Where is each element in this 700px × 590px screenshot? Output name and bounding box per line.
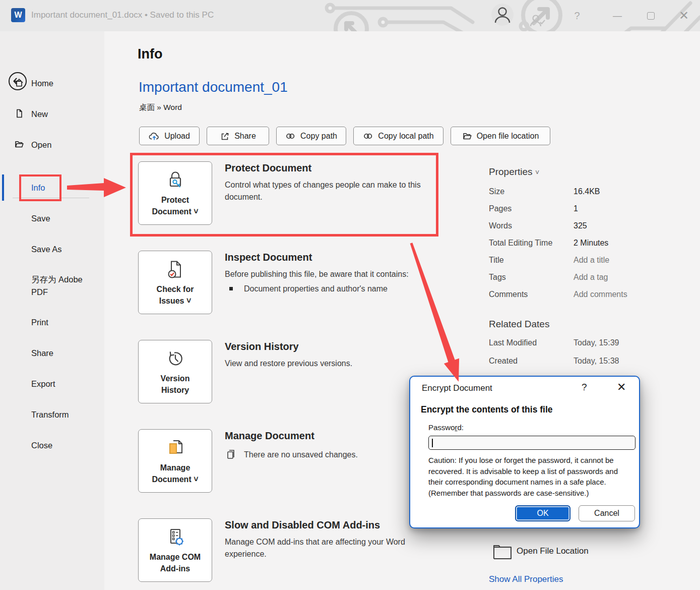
close-button[interactable]: ✕ bbox=[675, 0, 692, 31]
section-desc-com-addins: Manage COM add-ins that are affecting yo… bbox=[225, 536, 442, 560]
encrypt-document-dialog: Encrypt Document ? ✕ Encrypt the content… bbox=[409, 376, 640, 528]
version-history-button[interactable]: Version History bbox=[138, 340, 212, 403]
card-label-line1: Version bbox=[161, 374, 190, 383]
add-comments-field[interactable]: Add comments bbox=[574, 290, 627, 299]
minimize-button[interactable]: — bbox=[609, 0, 626, 31]
password-label: Password: bbox=[428, 423, 464, 432]
prop-value: 2 Minutes bbox=[574, 239, 608, 248]
prop-value: 1 bbox=[574, 204, 578, 213]
inspect-document-icon bbox=[164, 258, 187, 281]
check-for-issues-button[interactable]: Check for Issues ˅ bbox=[138, 251, 212, 314]
sidebar-item-label: 另存为 Adobe PDF bbox=[31, 273, 93, 299]
title-bar: W Important document_01.docx • Saved to … bbox=[0, 0, 700, 31]
copy-local-path-button-label: Copy local path bbox=[378, 132, 433, 141]
link-icon bbox=[285, 132, 296, 141]
card-label-line2: Document bbox=[152, 207, 191, 216]
com-addins-gear-icon bbox=[164, 525, 187, 549]
folder-icon bbox=[462, 131, 472, 141]
breadcrumb: 桌面 » Word bbox=[139, 102, 182, 113]
prop-label: Comments bbox=[489, 290, 528, 299]
new-document-icon bbox=[14, 108, 24, 119]
prop-value: Today, 15:39 bbox=[574, 338, 619, 347]
maximize-button[interactable] bbox=[642, 0, 659, 31]
link-icon bbox=[363, 132, 373, 141]
related-dates-heading: Related Dates bbox=[489, 319, 549, 330]
share-icon bbox=[220, 131, 230, 141]
home-icon bbox=[14, 78, 24, 88]
section-desc-protect: Control what types of changes people can… bbox=[225, 179, 442, 203]
chevron-down-icon: ˅ bbox=[186, 297, 191, 305]
sidebar-item-label: Print bbox=[31, 317, 48, 328]
copy-local-path-button[interactable]: Copy local path bbox=[353, 127, 443, 145]
account-icon bbox=[491, 4, 514, 26]
share-button[interactable]: Share bbox=[207, 127, 269, 145]
manage-document-button[interactable]: Manage Document ˅ bbox=[138, 429, 212, 493]
open-file-location-button-label: Open file location bbox=[477, 132, 539, 141]
prop-label: Last Modified bbox=[489, 338, 537, 347]
open-file-location-button[interactable]: Open file location bbox=[451, 127, 550, 145]
sidebar-item-label: Export bbox=[31, 378, 55, 389]
section-title-version-history: Version History bbox=[225, 341, 299, 352]
dialog-title: Encrypt Document bbox=[422, 383, 492, 393]
sidebar-item-label: Save As bbox=[31, 244, 62, 255]
chevron-down-icon: ˅ bbox=[194, 207, 198, 216]
caution-text: Caution: If you lose or forget the passw… bbox=[428, 455, 632, 498]
open-folder-icon bbox=[14, 139, 24, 149]
manage-com-addins-button[interactable]: Manage COM Add-ins bbox=[138, 518, 212, 582]
upload-button[interactable]: Upload bbox=[139, 127, 200, 145]
prop-label: Size bbox=[489, 187, 504, 196]
cancel-button[interactable]: Cancel bbox=[579, 505, 635, 521]
section-desc-version-history: View and restore previous versions. bbox=[225, 358, 442, 370]
word-backstage-window: W Important document_01.docx • Saved to … bbox=[0, 0, 700, 590]
prop-value: Today, 15:38 bbox=[574, 357, 619, 366]
card-label-line2: Issues bbox=[159, 297, 184, 305]
document-title: Important document_01 bbox=[139, 79, 288, 95]
prop-value: 325 bbox=[574, 221, 587, 230]
version-history-icon bbox=[164, 347, 187, 370]
section-title-com-addins: Slow and Disabled COM Add-ins bbox=[225, 519, 380, 531]
sidebar-item-label: Home bbox=[31, 78, 53, 89]
prop-label: Title bbox=[489, 256, 504, 265]
upload-cloud-icon bbox=[149, 131, 160, 141]
sidebar-item-label: Close bbox=[31, 440, 52, 451]
text-caret bbox=[432, 439, 433, 447]
password-label-post: d: bbox=[458, 423, 464, 432]
chevron-down-icon: ˅ bbox=[194, 475, 198, 484]
show-all-properties-link[interactable]: Show All Properties bbox=[489, 574, 563, 584]
manage-document-icon bbox=[164, 436, 187, 459]
prop-value: 16.4KB bbox=[574, 187, 600, 196]
folder-icon bbox=[492, 543, 513, 560]
add-title-field[interactable]: Add a title bbox=[574, 256, 609, 265]
copy-path-button-label: Copy path bbox=[300, 132, 337, 141]
open-file-location-link[interactable]: Open File Location bbox=[517, 546, 589, 556]
copy-path-button[interactable]: Copy path bbox=[276, 127, 346, 145]
prop-label: Tags bbox=[489, 273, 506, 282]
dialog-heading: Encrypt the contents of this file bbox=[421, 404, 553, 415]
sidebar-divider bbox=[13, 198, 89, 198]
help-button[interactable]: ? bbox=[570, 0, 584, 31]
password-input[interactable] bbox=[428, 436, 635, 450]
inspect-bullet-item: Document properties and author's name bbox=[244, 283, 462, 295]
active-item-indicator bbox=[2, 174, 4, 201]
properties-heading[interactable]: Properties ˅ bbox=[489, 166, 539, 178]
card-label-line1: Manage COM bbox=[150, 553, 201, 561]
card-label-line1: Protect bbox=[161, 196, 189, 204]
ok-button[interactable]: OK bbox=[515, 505, 570, 521]
section-title-protect: Protect Document bbox=[225, 162, 311, 174]
card-label-line1: Manage bbox=[160, 463, 190, 472]
password-label-pre: Passwo bbox=[428, 423, 455, 432]
pages-icon bbox=[225, 448, 237, 461]
card-label-line2: Add-ins bbox=[160, 564, 190, 573]
lock-key-icon bbox=[164, 168, 187, 192]
sidebar-item-label: Transform bbox=[31, 409, 69, 420]
prop-label: Created bbox=[489, 357, 518, 366]
dialog-close-button[interactable]: ✕ bbox=[617, 381, 626, 394]
word-app-icon: W bbox=[11, 8, 25, 22]
backstage-sidebar: Home New Open Info Save Save As 另存为 Adob… bbox=[0, 31, 104, 590]
card-label-line1: Check for bbox=[157, 285, 194, 293]
dialog-help-button[interactable]: ? bbox=[582, 382, 587, 393]
sidebar-item-label: Info bbox=[31, 182, 45, 193]
maximize-icon bbox=[647, 12, 655, 20]
add-tag-field[interactable]: Add a tag bbox=[574, 273, 608, 282]
protect-document-button[interactable]: Protect Document ˅ bbox=[138, 161, 212, 225]
